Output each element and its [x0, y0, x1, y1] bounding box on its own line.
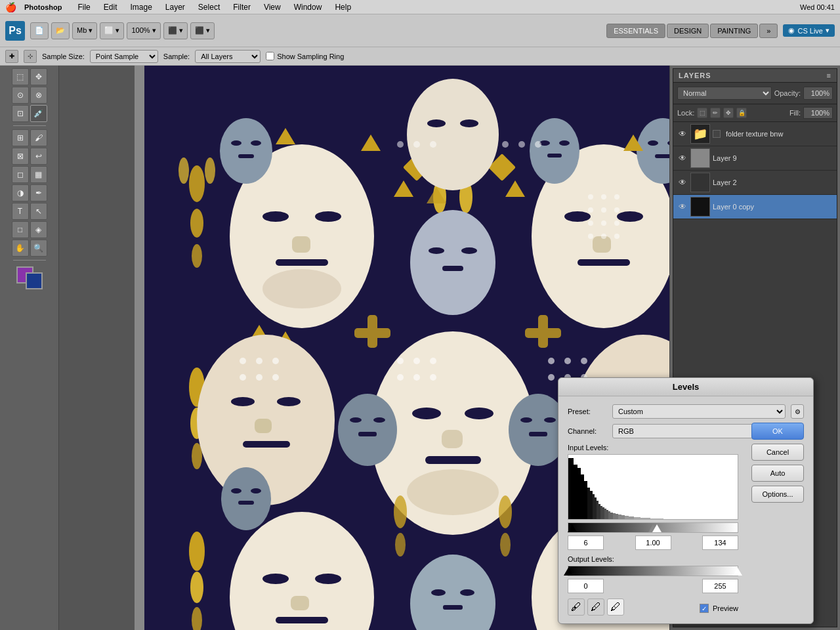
output-level-values	[568, 579, 738, 593]
path-select-tool[interactable]: ↖	[30, 203, 47, 220]
menu-layer[interactable]: Layer	[160, 3, 190, 12]
levels-cancel-btn[interactable]: Cancel	[751, 444, 804, 461]
menu-image[interactable]: Image	[125, 3, 157, 12]
screen-btn[interactable]: ⬛ ▾	[190, 22, 215, 39]
svg-rect-167	[568, 458, 574, 520]
layer-2-item[interactable]: 👁 Layer 2	[673, 171, 837, 195]
layer-0-copy-item[interactable]: 👁 Layer 0 copy	[673, 195, 837, 219]
preset-settings-icon[interactable]: ⚙	[791, 404, 804, 419]
lock-all-btn[interactable]: 🔒	[736, 108, 747, 118]
zoom-tool[interactable]: 🔍	[30, 240, 47, 257]
svg-point-89	[240, 374, 246, 381]
input-levels-slider[interactable]	[568, 522, 738, 533]
select-marquee-tool[interactable]: ⬚	[12, 68, 29, 85]
input-high-value[interactable]	[702, 536, 738, 550]
menu-select[interactable]: Select	[193, 3, 225, 12]
opacity-input[interactable]	[803, 87, 833, 100]
menu-filter[interactable]: Filter	[228, 3, 256, 12]
blend-mode-select[interactable]: Normal Multiply Screen	[677, 87, 772, 100]
show-sampling-ring-checkbox[interactable]	[266, 52, 274, 60]
svg-point-134	[601, 207, 606, 213]
color-swatches[interactable]	[16, 266, 43, 289]
layer-2-eye-icon[interactable]: 👁	[677, 177, 688, 188]
open-btn[interactable]: 📂	[51, 22, 70, 39]
zoom-btn[interactable]: 100% ▾	[127, 22, 160, 39]
3d-tool[interactable]: ◈	[30, 221, 47, 238]
gray-eyedropper-btn[interactable]: 🖊	[587, 598, 604, 616]
apple-menu[interactable]: 🍎	[5, 2, 16, 12]
history-brush-tool[interactable]: ↩	[30, 148, 47, 165]
eraser-tool[interactable]: ◻	[12, 166, 29, 183]
sample-size-select[interactable]: Point Sample 3 by 3 Average 5 by 5 Avera…	[90, 50, 158, 63]
design-btn[interactable]: DESIGN	[667, 24, 709, 38]
svg-point-158	[499, 495, 512, 528]
output-low-value[interactable]	[568, 579, 604, 593]
output-white-handle[interactable]	[733, 568, 742, 576]
hand-tool[interactable]: ✋	[12, 240, 29, 257]
black-point-handle[interactable]	[568, 524, 577, 532]
levels-auto-btn[interactable]: Auto	[751, 465, 804, 482]
layer-9-item[interactable]: 👁 Layer 9	[673, 146, 837, 171]
menu-file[interactable]: File	[72, 3, 95, 12]
menu-view[interactable]: View	[259, 3, 286, 12]
stamp-tool[interactable]: ⊠	[12, 148, 29, 165]
spot-heal-tool[interactable]: ⊞	[12, 129, 29, 146]
eyedropper-tool-icon[interactable]: ✚	[5, 50, 18, 63]
lock-position-btn[interactable]: ✥	[723, 108, 734, 118]
sample-select[interactable]: All Layers Current Layer	[195, 50, 261, 63]
levels-ok-btn[interactable]: OK	[751, 423, 804, 440]
input-slider-container[interactable]	[568, 522, 738, 533]
more-workspaces-btn[interactable]: »	[759, 24, 778, 38]
svg-rect-176	[597, 501, 598, 520]
output-slider-container[interactable]	[568, 566, 738, 576]
layer-folder-item[interactable]: 👁 📁 folder texture bnw	[673, 122, 837, 146]
options-bar: ✚ ⊹ Sample Size: Point Sample 3 by 3 Ave…	[0, 47, 840, 66]
brush-tool[interactable]: 🖌	[30, 129, 47, 146]
essentials-btn[interactable]: ESSENTIALS	[606, 24, 665, 38]
move-tool[interactable]: ✥	[30, 68, 47, 85]
quick-select-tool[interactable]: ⊗	[30, 87, 47, 104]
input-low-value[interactable]	[568, 536, 604, 550]
output-black-handle[interactable]	[564, 568, 573, 576]
menu-edit[interactable]: Edit	[98, 3, 123, 12]
layers-panel-menu-icon[interactable]: ≡	[827, 72, 831, 79]
painting-btn[interactable]: PAINTING	[710, 24, 758, 38]
menu-help[interactable]: Help	[329, 3, 356, 12]
svg-point-139	[588, 234, 593, 239]
dodge-tool[interactable]: ◑	[12, 184, 29, 201]
white-point-handle[interactable]	[652, 524, 662, 532]
bridge-btn[interactable]: Mb ▾	[72, 22, 97, 39]
preview-checkbox[interactable]: ✓	[700, 604, 709, 613]
shape-tool[interactable]: □	[12, 221, 29, 238]
background-color[interactable]	[26, 272, 43, 289]
pen-tool[interactable]: ✒	[30, 184, 47, 201]
lock-transparent-btn[interactable]: ⬚	[697, 108, 707, 118]
layer-0-copy-eye-icon[interactable]: 👁	[677, 201, 688, 212]
lasso-tool[interactable]: ⊙	[12, 87, 29, 104]
svg-point-132	[614, 194, 620, 200]
preset-select[interactable]: Custom Default	[612, 404, 786, 419]
menu-window[interactable]: Window	[289, 3, 327, 12]
svg-point-36	[410, 210, 495, 315]
white-eyedropper-btn[interactable]: 🖊	[607, 598, 624, 616]
new-doc-btn[interactable]: 📄	[30, 22, 49, 39]
crop-tool[interactable]: ⊡	[12, 105, 29, 122]
svg-point-130	[588, 194, 593, 200]
lock-image-btn[interactable]: ✏	[710, 108, 721, 118]
show-sampling-ring-label[interactable]: Show Sampling Ring	[266, 52, 344, 60]
output-levels-slider[interactable]	[568, 566, 738, 576]
output-high-value[interactable]	[702, 579, 738, 593]
layer-9-eye-icon[interactable]: 👁	[677, 153, 688, 163]
layer-eye-icon[interactable]: 👁	[677, 129, 688, 139]
color-sampler-icon[interactable]: ⊹	[24, 50, 37, 63]
levels-options-btn[interactable]: Options...	[751, 486, 804, 503]
gradient-tool[interactable]: ▦	[30, 166, 47, 183]
view-mode-btn[interactable]: ⬜ ▾	[100, 22, 124, 39]
arrange-btn[interactable]: ⬛ ▾	[163, 22, 188, 39]
black-eyedropper-btn[interactable]: 🖋	[568, 598, 585, 616]
fill-input[interactable]	[803, 107, 833, 119]
input-mid-value[interactable]	[635, 536, 671, 550]
eyedropper-tool[interactable]: 💉	[30, 105, 47, 122]
cs-live-btn[interactable]: ◉ CS Live ▾	[783, 24, 835, 37]
type-tool[interactable]: T	[12, 203, 29, 220]
